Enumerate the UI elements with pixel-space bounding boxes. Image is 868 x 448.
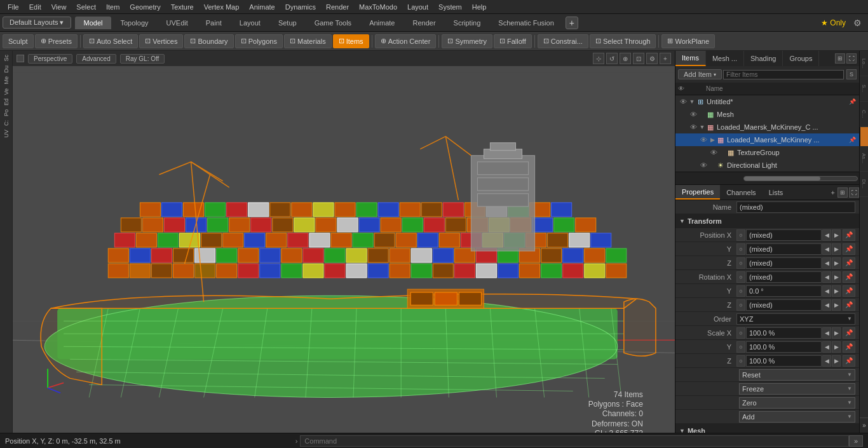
presets-button[interactable]: ⊕ Presets	[35, 34, 78, 48]
zero-button[interactable]: Zero ▼	[739, 397, 855, 409]
expand-mesh[interactable]	[698, 111, 706, 118]
add-button[interactable]: Add ▼	[739, 411, 855, 423]
constraints-button[interactable]: ⊡ Constrai...	[538, 34, 588, 48]
sidebar-uv[interactable]: UV	[2, 128, 11, 139]
eye-icon-texture[interactable]: 👁	[709, 147, 719, 158]
expand-texture[interactable]	[719, 149, 726, 156]
tab-topology[interactable]: Topology	[111, 17, 157, 29]
tab-render[interactable]: Render	[403, 17, 444, 29]
rotation-y-input[interactable]: 0.0 °	[746, 285, 822, 297]
settings-icon[interactable]: ⚙	[850, 18, 865, 28]
menu-maxtomodo[interactable]: MaxToModo	[354, 2, 402, 12]
pos-y-circle[interactable]: ○	[736, 243, 745, 255]
transform-section-header[interactable]: ▼ Transform	[675, 214, 859, 228]
command-input[interactable]	[300, 435, 849, 447]
filter-mode-btn[interactable]: S	[846, 69, 857, 79]
scale-z-left-arrow[interactable]: ◀	[822, 355, 831, 367]
tab-animate[interactable]: Animate	[360, 17, 403, 29]
scale-z-circle[interactable]: ○	[736, 355, 745, 367]
reset-button[interactable]: Reset ▼	[739, 369, 855, 381]
items-button[interactable]: ⊡ Items	[333, 34, 369, 48]
position-y-input[interactable]: (mixed)	[746, 243, 822, 255]
layout-selector[interactable]: Default Layouts ▾	[3, 17, 71, 29]
position-x-input[interactable]: (mixed)	[746, 229, 822, 241]
scale-x-pin[interactable]: 📌	[843, 327, 855, 339]
tab-schematic-fusion[interactable]: Schematic Fusion	[489, 17, 562, 29]
rot-y-pin[interactable]: 📌	[843, 285, 855, 297]
rot-z-left-arrow[interactable]: ◀	[822, 299, 831, 311]
tree-item-maersk-selected[interactable]: 👁 ▶ ▦ Loaded_Maersk_McKinney ... 📌	[675, 133, 859, 146]
tree-item-texture[interactable]: 👁 ▦ TextureGroup	[675, 146, 859, 159]
menu-render[interactable]: Render	[321, 2, 354, 12]
freeze-button[interactable]: Freeze ▼	[739, 383, 855, 395]
props-expand-icon[interactable]: ⛶	[849, 187, 859, 198]
tree-item-mesh[interactable]: 👁 ▦ Mesh	[675, 108, 859, 121]
menu-texture[interactable]: Texture	[166, 2, 199, 12]
scale-y-pin[interactable]: 📌	[843, 341, 855, 353]
scale-x-circle[interactable]: ○	[736, 327, 745, 339]
pos-y-left-arrow[interactable]: ◀	[822, 243, 831, 255]
position-z-input[interactable]: (mixed)	[746, 257, 822, 269]
expand-maersk-c[interactable]: ▼	[698, 123, 706, 131]
pos-x-circle[interactable]: ○	[736, 229, 745, 241]
menu-item[interactable]: Item	[101, 2, 125, 12]
sidebar-poly[interactable]: Po	[2, 108, 11, 118]
rot-z-circle[interactable]: ○	[736, 299, 745, 311]
materials-button[interactable]: ⊡ Materials	[284, 34, 332, 48]
props-tab-lists[interactable]: Lists	[763, 185, 790, 200]
vp-icon-6[interactable]: +	[660, 53, 671, 64]
menu-animate[interactable]: Animate	[244, 2, 280, 12]
rot-y-left-arrow[interactable]: ◀	[822, 285, 831, 297]
vp-icon-1[interactable]: ⊹	[593, 53, 604, 64]
viewport-menu-icon[interactable]	[17, 55, 24, 62]
boundary-button[interactable]: ⊡ Boundary	[184, 34, 233, 48]
scale-y-left-arrow[interactable]: ◀	[822, 341, 831, 353]
vp-icon-2[interactable]: ↺	[606, 53, 618, 64]
menu-select[interactable]: Select	[71, 2, 101, 12]
sculpt-button[interactable]: Sculpt	[3, 34, 34, 48]
tab-uvedit[interactable]: UVEdit	[158, 17, 197, 29]
items-scrollbar-thumb[interactable]	[744, 177, 820, 180]
scale-z-input[interactable]: 100.0 %	[746, 355, 822, 367]
pin-icon-untitled[interactable]: 📌	[848, 97, 857, 106]
scale-x-input[interactable]: 100.0 %	[746, 327, 822, 339]
right-strip-as[interactable]: As...	[860, 146, 868, 172]
props-tab-channels[interactable]: Channels	[720, 185, 762, 200]
tree-item-untitled[interactable]: 👁 ▼ ⊞ Untitled* 📌	[675, 95, 859, 108]
items-icon-expand[interactable]: ⛶	[846, 53, 857, 64]
items-scrollbar[interactable]	[743, 176, 858, 181]
expand-maersk-sel[interactable]: ▶	[709, 136, 716, 144]
eye-icon-maersk-sel[interactable]: 👁	[698, 135, 709, 145]
tree-item-maersk-c[interactable]: 👁 ▼ ▦ Loaded_Maersk_McKinney_C ...	[675, 121, 859, 133]
perspective-button[interactable]: Perspective	[28, 54, 72, 64]
items-tab-mesh[interactable]: Mesh ...	[706, 51, 744, 66]
menu-geometry[interactable]: Geometry	[125, 2, 165, 12]
scale-z-pin[interactable]: 📌	[843, 355, 855, 367]
advanced-button[interactable]: Advanced	[76, 54, 116, 64]
props-resize-icon[interactable]: ⊞	[837, 187, 848, 198]
right-strip-c[interactable]: C...	[860, 102, 868, 127]
props-tab-properties[interactable]: Properties	[675, 185, 720, 200]
scale-y-circle[interactable]: ○	[736, 341, 745, 353]
tree-item-light[interactable]: 👁 ☀ Directional Light	[675, 159, 859, 172]
rotation-x-input[interactable]: (mixed)	[746, 271, 822, 283]
menu-view[interactable]: View	[46, 2, 72, 12]
menu-dynamics[interactable]: Dynamics	[280, 2, 321, 12]
scale-y-right-arrow[interactable]: ▶	[832, 341, 841, 353]
pos-x-left-arrow[interactable]: ◀	[822, 229, 831, 241]
pos-z-right-arrow[interactable]: ▶	[832, 257, 841, 269]
rot-x-circle[interactable]: ○	[736, 271, 745, 283]
expand-untitled[interactable]: ▼	[688, 98, 696, 105]
expand-light[interactable]	[709, 161, 716, 169]
sidebar-vert[interactable]: Ve	[2, 87, 11, 97]
rot-x-left-arrow[interactable]: ◀	[822, 271, 831, 283]
items-tab-groups[interactable]: Groups	[783, 51, 819, 66]
pos-z-pin[interactable]: 📌	[843, 257, 855, 269]
pos-z-circle[interactable]: ○	[736, 257, 745, 269]
items-icon-resize[interactable]: ⊞	[835, 53, 845, 64]
scale-z-right-arrow[interactable]: ▶	[832, 355, 841, 367]
pos-y-pin[interactable]: 📌	[843, 243, 855, 255]
polygons-button[interactable]: ⊡ Polygons	[235, 34, 283, 48]
falloff-button[interactable]: ⊡ Falloff	[494, 34, 532, 48]
vertices-button[interactable]: ⊡ Vertices	[139, 34, 183, 48]
